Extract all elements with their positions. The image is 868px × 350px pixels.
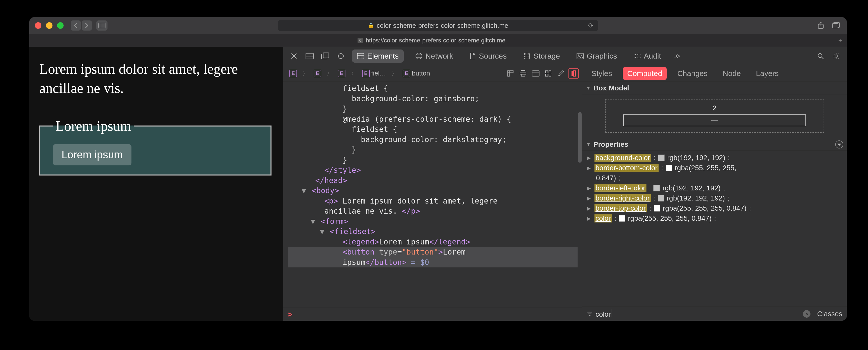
page-preview: Lorem ipsum dolor sit amet, legere ancil… [29, 47, 283, 321]
window-controls [35, 22, 64, 29]
color-swatch[interactable] [654, 205, 660, 212]
devtools-tab-audit[interactable]: Audit [628, 50, 666, 63]
filter-input[interactable]: color [595, 309, 800, 318]
property-name: border-bottom-color [594, 164, 658, 172]
minimize-window-button[interactable] [46, 22, 53, 29]
ruler-icon[interactable] [505, 68, 516, 79]
box-model-header[interactable]: ▼ Box Model [582, 82, 847, 94]
element-badge-icon: E [338, 70, 345, 77]
property-row[interactable]: ▶ color: rgba(255, 255, 255, 0.847); [587, 213, 842, 224]
element-badge-icon: E [362, 70, 370, 77]
svg-point-19 [578, 54, 580, 56]
property-row[interactable]: ▶ border-top-color: rgba(255, 255, 255, … [587, 203, 842, 213]
property-row[interactable]: ▶ background-color: rgb(192, 192, 192); [587, 153, 842, 163]
sidebar-tab-styles[interactable]: Styles [587, 67, 617, 80]
browser-tab[interactable]: C https://color-scheme-prefers-color-sch… [29, 34, 834, 47]
print-icon[interactable] [518, 68, 528, 79]
property-row[interactable]: ▶ border-bottom-color: rgba(255, 255, 25… [587, 163, 842, 173]
property-value: rgba(255, 255, 255, [675, 164, 736, 172]
classes-button[interactable]: Classes [817, 310, 842, 318]
breadcrumb-label: button [412, 69, 430, 77]
elements-toolbar: E 〉 E 〉 E 〉 E fiel… [283, 65, 582, 82]
property-row[interactable]: ▶ border-left-color: rgb(192, 192, 192); [587, 183, 842, 193]
chevron-right-icon: ▶ [587, 215, 592, 222]
svg-rect-24 [508, 71, 513, 73]
box-model-border-top: 2 [623, 104, 806, 112]
page-button[interactable]: Lorem ipsum [53, 144, 131, 166]
scrollbar[interactable] [578, 112, 582, 163]
maximize-window-button[interactable] [57, 22, 64, 29]
console-prompt[interactable]: > [283, 308, 582, 321]
chevron-right-icon: 〉 [327, 70, 332, 77]
close-devtools-icon[interactable] [289, 52, 299, 61]
property-row[interactable]: ▶ border-right-color: rgb(192, 192, 192)… [587, 193, 842, 203]
tab-label: Network [426, 52, 453, 60]
dom-tree[interactable]: fieldset { background-color: gainsboro; … [283, 82, 582, 308]
svg-rect-25 [521, 70, 525, 72]
properties-header[interactable]: ▼ Properties [582, 138, 847, 151]
devtools-tab-sources[interactable]: Sources [465, 50, 512, 63]
breadcrumb-item[interactable]: E [287, 69, 300, 78]
color-swatch[interactable] [658, 195, 664, 202]
new-tab-button[interactable]: + [834, 36, 847, 44]
titlebar: 🔒 color-scheme-prefers-color-scheme.glit… [29, 17, 847, 34]
back-button[interactable] [71, 21, 81, 31]
inspect-icon[interactable] [336, 52, 345, 61]
page-fieldset: Lorem ipsum Lorem ipsum [39, 118, 272, 175]
property-name: border-right-color [594, 194, 651, 202]
devtools-tab-graphics[interactable]: Graphics [571, 50, 622, 63]
tab-label: Graphics [587, 52, 617, 60]
url-bar[interactable]: 🔒 color-scheme-prefers-color-scheme.glit… [278, 20, 598, 31]
breadcrumb-item[interactable]: E button [400, 68, 433, 78]
dock-side-icon[interactable] [321, 52, 330, 61]
sidebar-tab-layers[interactable]: Layers [751, 67, 783, 80]
tabs-overview-button[interactable] [831, 21, 841, 31]
devtools-tab-elements[interactable]: Elements [352, 50, 404, 63]
color-swatch[interactable] [653, 185, 660, 192]
forward-button[interactable] [82, 21, 92, 31]
sidebar-toggle-button[interactable] [96, 21, 107, 31]
color-swatch[interactable] [658, 154, 664, 161]
element-badge-icon: E [314, 70, 321, 77]
sidebar-tab-changes[interactable]: Changes [673, 67, 712, 80]
compositing-icon[interactable] [568, 68, 579, 79]
svg-rect-13 [357, 53, 364, 59]
chevron-down-icon: ▼ [586, 141, 591, 147]
element-badge-icon: E [289, 70, 297, 77]
clear-filter-button[interactable]: ✕ [803, 310, 810, 318]
svg-rect-23 [508, 71, 510, 76]
devtools-tab-storage[interactable]: Storage [518, 50, 565, 63]
breadcrumb-item[interactable]: E [311, 69, 324, 78]
grid-icon[interactable] [543, 68, 553, 79]
browser-window: 🔒 color-scheme-prefers-color-scheme.glit… [29, 17, 847, 321]
color-swatch[interactable] [619, 215, 625, 222]
close-window-button[interactable] [35, 22, 41, 29]
color-swatch[interactable] [665, 165, 672, 171]
svg-line-21 [822, 57, 824, 59]
sidebar-tab-computed[interactable]: Computed [623, 67, 666, 80]
tab-label: Audit [644, 52, 661, 60]
paintbrush-icon[interactable] [556, 68, 566, 79]
box-model-content: — [623, 114, 806, 126]
sidebar-tab-node[interactable]: Node [718, 67, 745, 80]
tab-label: Storage [533, 52, 560, 60]
share-button[interactable] [815, 21, 826, 31]
devtools-tab-network[interactable]: Network [410, 50, 458, 63]
svg-rect-4 [306, 53, 313, 59]
search-icon[interactable] [816, 52, 825, 61]
property-value: rgb(192, 192, 192) [662, 184, 720, 192]
more-tabs-icon[interactable] [673, 52, 682, 61]
svg-rect-27 [521, 74, 525, 76]
viewport-icon[interactable] [531, 68, 541, 79]
content-row: Lorem ipsum dolor sit amet, legere ancil… [29, 47, 847, 321]
settings-icon[interactable] [832, 52, 841, 61]
reload-icon[interactable]: ⟳ [588, 22, 594, 30]
tab-label: Sources [479, 52, 507, 60]
sidebar-tabs: Styles Computed Changes Node Layers [582, 65, 847, 82]
breadcrumb-item[interactable]: E fiel… [360, 68, 389, 78]
dock-bottom-icon[interactable] [305, 52, 314, 61]
element-badge-icon: E [403, 70, 410, 77]
filter-options-button[interactable] [835, 140, 843, 148]
breadcrumb-item[interactable]: E [335, 69, 348, 78]
property-value: rgba(255, 255, 255, 0.847) [663, 204, 747, 212]
